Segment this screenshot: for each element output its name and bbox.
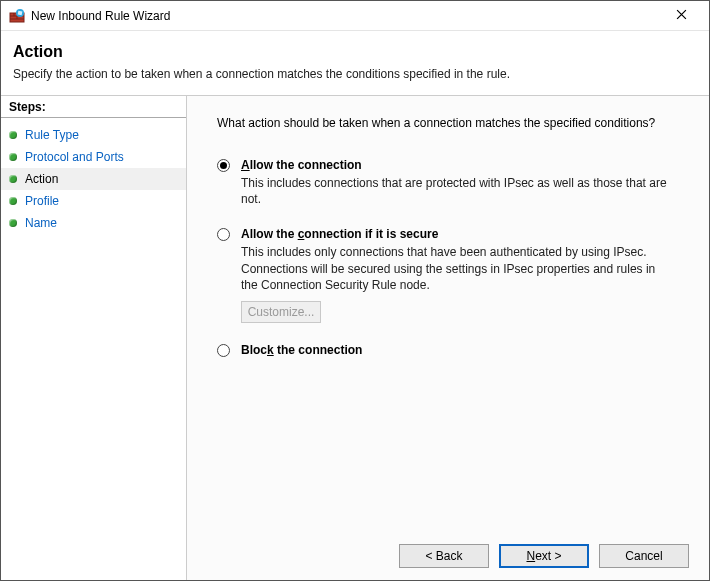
radio-allow-secure[interactable] [217, 228, 230, 241]
window-title: New Inbound Rule Wizard [31, 9, 661, 23]
option-block-title: Block the connection [241, 343, 687, 357]
close-icon [676, 9, 687, 23]
header-area: Action Specify the action to be taken wh… [1, 31, 709, 95]
step-label: Name [25, 216, 57, 230]
content-panel: What action should be taken when a conne… [186, 95, 709, 580]
step-action[interactable]: Action [1, 168, 186, 190]
steps-header: Steps: [1, 96, 186, 118]
step-name[interactable]: Name [1, 212, 186, 234]
step-bullet-icon [9, 219, 17, 227]
step-label: Profile [25, 194, 59, 208]
step-profile[interactable]: Profile [1, 190, 186, 212]
page-heading: Action [13, 43, 697, 61]
close-button[interactable] [661, 2, 701, 30]
step-label: Rule Type [25, 128, 79, 142]
step-protocol-and-ports[interactable]: Protocol and Ports [1, 146, 186, 168]
option-block: Block the connection [217, 343, 687, 357]
step-label: Protocol and Ports [25, 150, 124, 164]
step-rule-type[interactable]: Rule Type [1, 124, 186, 146]
body-area: Steps: Rule Type Protocol and Ports Acti… [1, 95, 709, 580]
option-allow-secure-desc: This includes only connections that have… [241, 244, 671, 293]
content-question: What action should be taken when a conne… [217, 116, 687, 130]
option-allow-title: Allow the connection [241, 158, 687, 172]
wizard-window: New Inbound Rule Wizard Action Specify t… [0, 0, 710, 581]
radio-block[interactable] [217, 344, 230, 357]
option-allow: Allow the connection This includes conne… [217, 158, 687, 207]
customize-button: Customize... [241, 301, 321, 323]
option-allow-secure-title: Allow the connection if it is secure [241, 227, 687, 241]
step-bullet-icon [9, 175, 17, 183]
next-button[interactable]: Next > [499, 544, 589, 568]
svg-rect-8 [18, 10, 23, 15]
option-allow-desc: This includes connections that are prote… [241, 175, 671, 207]
step-bullet-icon [9, 153, 17, 161]
firewall-icon [9, 8, 25, 24]
step-label: Action [25, 172, 58, 186]
step-list: Rule Type Protocol and Ports Action Prof… [1, 118, 186, 240]
radio-allow[interactable] [217, 159, 230, 172]
step-bullet-icon [9, 197, 17, 205]
steps-sidebar: Steps: Rule Type Protocol and Ports Acti… [1, 95, 186, 580]
cancel-button[interactable]: Cancel [599, 544, 689, 568]
footer-buttons: < Back Next > Cancel [399, 544, 689, 568]
titlebar: New Inbound Rule Wizard [1, 1, 709, 31]
step-bullet-icon [9, 131, 17, 139]
page-subtext: Specify the action to be taken when a co… [13, 67, 697, 81]
back-button[interactable]: < Back [399, 544, 489, 568]
option-allow-secure: Allow the connection if it is secure Thi… [217, 227, 687, 323]
